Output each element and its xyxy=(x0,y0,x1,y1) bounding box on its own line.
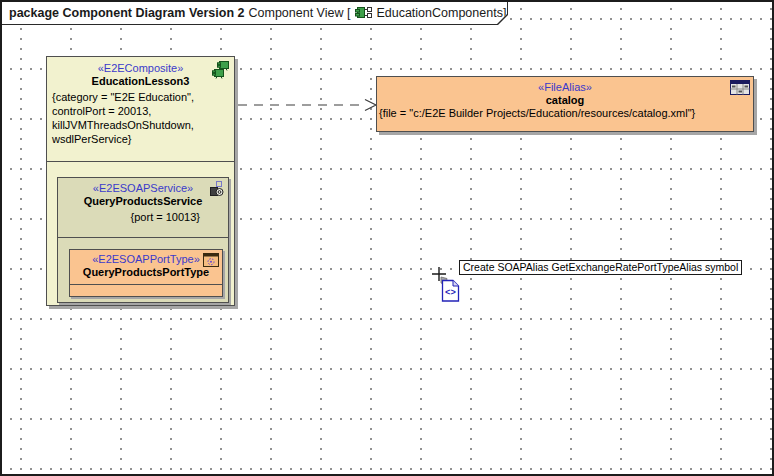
composite-property-line: {category = "E2E Education", xyxy=(52,90,231,104)
composite-property-line: controlPort = 20013, xyxy=(52,104,231,118)
component-queryproductsservice[interactable]: «E2ESOAPService» QueryProductsService {p… xyxy=(57,177,229,303)
composite-property-line: wsdlPerService} xyxy=(52,132,231,146)
porttype-name-compartment: «E2ESOAPPortType» QueryProductsPortType xyxy=(70,250,222,285)
component-catalog[interactable]: «FileAlias» catalog {file = "c:/E2E Buil… xyxy=(376,76,754,132)
file-table-icon xyxy=(730,80,750,95)
composite-properties: {category = "E2E Education", controlPort… xyxy=(47,87,234,146)
tooltip: Create SOAPAlias GetExchangeRatePortType… xyxy=(459,260,742,275)
cursor-doc-glyph: <> xyxy=(445,288,456,298)
composite-name-compartment: «E2EComposite» EducationLesson3 {categor… xyxy=(47,57,234,162)
service-port-property: {port = 10013} xyxy=(58,211,228,223)
service-name-compartment: «E2ESOAPService» QueryProductsService {p… xyxy=(58,178,228,238)
view-label: Component View [ xyxy=(249,6,351,20)
dependency-connector[interactable] xyxy=(236,96,378,114)
component-educationlesson3[interactable]: «E2EComposite» EducationLesson3 {categor… xyxy=(46,56,235,306)
package-label: package Component Diagram Version 2 xyxy=(9,6,245,20)
tooltip-text: Create SOAPAlias GetExchangeRatePortType… xyxy=(463,261,738,273)
diagram-name: EducationComponents xyxy=(376,6,502,20)
diagram-canvas[interactable]: package Component Diagram Version 2 Comp… xyxy=(0,0,774,476)
filealias-stereotype: «FileAlias» xyxy=(377,81,753,93)
porttype-name: QueryProductsPortType xyxy=(70,266,222,278)
composite-name: EducationLesson3 xyxy=(47,75,234,87)
filealias-file-property: {file = "c:/E2E Builder Projects/Educati… xyxy=(377,106,753,120)
diagram-frame-tab[interactable]: package Component Diagram Version 2 Comp… xyxy=(2,2,508,25)
component-queryproductsporttype[interactable]: «E2ESOAPPortType» QueryProductsPortType xyxy=(69,249,223,297)
composite-stereotype: «E2EComposite» xyxy=(47,62,234,74)
e2ecomposite-icon xyxy=(209,60,231,80)
soap-porttype-icon xyxy=(203,253,219,268)
create-element-cursor-icon: <> xyxy=(430,265,464,309)
diagram-frame-tab-content: package Component Diagram Version 2 Comp… xyxy=(2,2,507,24)
composite-property-line: killJVMThreadsOnShutdown, xyxy=(52,118,231,132)
porttype-stereotype: «E2ESOAPPortType» xyxy=(70,253,222,265)
service-stereotype: «E2ESOAPService» xyxy=(58,182,228,194)
filealias-name: catalog xyxy=(377,94,753,106)
service-name: QueryProductsService xyxy=(58,195,228,207)
component-diagram-icon xyxy=(355,5,372,20)
bracket-close: ] xyxy=(503,6,506,20)
soap-service-icon xyxy=(209,181,225,197)
